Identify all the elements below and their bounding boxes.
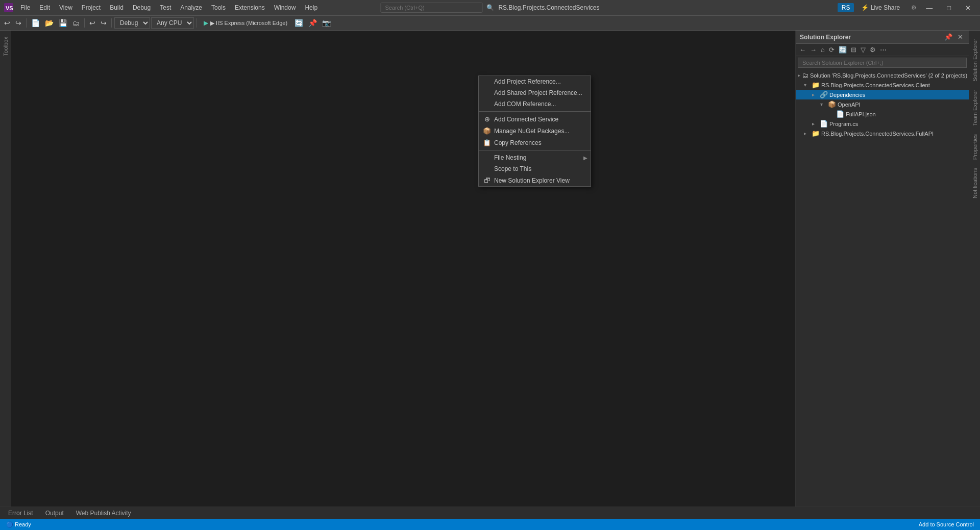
ctx-scope-to-this[interactable]: Scope to This bbox=[479, 163, 591, 174]
se-filter-btn[interactable]: ▽ bbox=[859, 45, 867, 54]
programcs-icon: 📄 bbox=[820, 120, 828, 128]
tree-solution-root[interactable]: ▸ 🗂 Solution 'RS.Blog.Projects.Connected… bbox=[796, 70, 969, 80]
solution-explorer-search[interactable] bbox=[798, 58, 967, 68]
tree-project1[interactable]: ▾ 📁 RS.Blog.Projects.ConnectedServices.C… bbox=[796, 80, 969, 90]
menu-view[interactable]: View bbox=[55, 2, 77, 13]
tree-dependencies[interactable]: ▸ 🔗 Dependencies bbox=[796, 90, 969, 99]
toolbar-open-btn[interactable]: 📂 bbox=[43, 18, 56, 28]
run-label: ▶ IIS Express (Microsoft Edge) bbox=[210, 20, 287, 27]
ctx-file-nesting[interactable]: File Nesting ▶ bbox=[479, 152, 591, 163]
account-button[interactable]: RS bbox=[838, 3, 854, 12]
left-toolbox-strip: Toolbox bbox=[0, 31, 11, 507]
global-search-input[interactable] bbox=[380, 3, 482, 13]
debug-mode-dropdown[interactable]: Debug bbox=[114, 17, 150, 29]
title-bar: VS File Edit View Project Build Debug Te… bbox=[0, 0, 980, 15]
menu-help[interactable]: Help bbox=[301, 2, 322, 13]
ctx-new-solution-explorer-view[interactable]: 🗗 New Solution Explorer View bbox=[479, 174, 591, 186]
ctx-add-connected-service[interactable]: ⊕ Add Connected Service bbox=[479, 113, 591, 125]
se-forward-btn[interactable]: → bbox=[808, 45, 818, 54]
run-button[interactable]: ▶ ▶ IIS Express (Microsoft Edge) bbox=[200, 18, 291, 28]
expand-arrow-openapi: ▾ bbox=[820, 102, 826, 107]
toolbar-sep3 bbox=[111, 18, 112, 28]
ctx-add-project-reference[interactable]: Add Project Reference... bbox=[479, 76, 591, 87]
tab-error-list[interactable]: Error List bbox=[2, 507, 39, 519]
programcs-label: Program.cs bbox=[829, 121, 858, 127]
menu-analyze[interactable]: Analyze bbox=[176, 2, 206, 13]
toolbar-undo-btn[interactable]: ↩ bbox=[87, 18, 97, 28]
toolbox-label[interactable]: Toolbox bbox=[3, 37, 9, 56]
tree-project2[interactable]: ▸ 📁 RS.Blog.Projects.ConnectedServices.F… bbox=[796, 129, 969, 138]
ctx-copy-ref-icon: 📋 bbox=[483, 139, 491, 146]
right-panel: Solution Explorer 📌 ✕ ← → ⌂ ⟳ 🔄 ⊟ ▽ ⚙ ⋯ bbox=[795, 31, 969, 507]
ctx-nuget-icon: 📦 bbox=[483, 127, 491, 135]
menu-debug[interactable]: Debug bbox=[129, 2, 155, 13]
tab-web-publish[interactable]: Web Publish Activity bbox=[70, 507, 137, 519]
project2-icon: 📁 bbox=[812, 130, 820, 137]
vtab-solution-explorer[interactable]: Solution Explorer bbox=[971, 37, 979, 84]
toolbar-redo-btn[interactable]: ↪ bbox=[99, 18, 109, 28]
project1-icon: 📁 bbox=[812, 81, 820, 89]
tab-output[interactable]: Output bbox=[39, 507, 70, 519]
liveshare-button[interactable]: ⚡ Live Share bbox=[858, 3, 903, 12]
menu-extensions[interactable]: Extensions bbox=[231, 2, 269, 13]
menu-test[interactable]: Test bbox=[156, 2, 175, 13]
se-home-btn[interactable]: ⌂ bbox=[819, 45, 826, 54]
close-button[interactable]: ✕ bbox=[960, 2, 976, 14]
editor-area bbox=[11, 31, 795, 507]
minimize-button[interactable]: — bbox=[921, 2, 938, 14]
toolbar-pin-btn[interactable]: 📌 bbox=[306, 18, 319, 28]
solution-explorer-panel: Solution Explorer 📌 ✕ ← → ⌂ ⟳ 🔄 ⊟ ▽ ⚙ ⋯ bbox=[796, 31, 969, 507]
vtab-team-explorer[interactable]: Team Explorer bbox=[971, 88, 979, 128]
ctx-new-se-view-icon: 🗗 bbox=[483, 176, 491, 184]
expand-arrow-solution: ▸ bbox=[798, 72, 800, 78]
maximize-button[interactable]: □ bbox=[942, 2, 956, 14]
svg-text:VS: VS bbox=[6, 5, 13, 11]
toolbar-back-btn[interactable]: ↩ bbox=[2, 18, 12, 28]
se-misc-btn[interactable]: ⋯ bbox=[878, 45, 888, 54]
menu-tools[interactable]: Tools bbox=[207, 2, 230, 13]
menu-file[interactable]: File bbox=[16, 2, 34, 13]
tree-fullapijson[interactable]: ▸ 📄 FullAPI.json bbox=[796, 109, 969, 119]
project2-label: RS.Blog.Projects.ConnectedServices.FullA… bbox=[821, 131, 934, 137]
toolbar-save-btn[interactable]: 💾 bbox=[57, 18, 69, 28]
toolbar-forward-btn[interactable]: ↪ bbox=[13, 18, 23, 28]
ctx-manage-nuget[interactable]: 📦 Manage NuGet Packages... bbox=[479, 125, 591, 137]
ctx-add-shared-project-reference[interactable]: Add Shared Project Reference... bbox=[479, 87, 591, 98]
tree-openapi[interactable]: ▾ 📦 OpenAPI bbox=[796, 99, 969, 109]
se-pin-button[interactable]: 📌 bbox=[943, 33, 954, 41]
se-close-button[interactable]: ✕ bbox=[956, 33, 965, 41]
expand-arrow-proj1: ▾ bbox=[804, 82, 810, 88]
menu-project[interactable]: Project bbox=[78, 2, 105, 13]
menu-edit[interactable]: Edit bbox=[35, 2, 54, 13]
ctx-connected-service-icon: ⊕ bbox=[483, 115, 491, 123]
ctx-sep1 bbox=[479, 111, 591, 112]
tree-programcs[interactable]: ▸ 📄 Program.cs bbox=[796, 119, 969, 129]
toolbar-camera-btn[interactable]: 📷 bbox=[320, 18, 333, 28]
ctx-manage-nuget-label: Manage NuGet Packages... bbox=[494, 128, 569, 135]
ctx-copy-references[interactable]: 📋 Copy References bbox=[479, 137, 591, 148]
ctx-add-project-reference-label: Add Project Reference... bbox=[494, 78, 561, 85]
vtab-notifications[interactable]: Notifications bbox=[971, 166, 979, 200]
ctx-sep2 bbox=[479, 150, 591, 150]
add-to-source-control[interactable]: Add to Source Control bbox=[917, 521, 976, 527]
se-collapse-btn[interactable]: ⊟ bbox=[849, 45, 858, 54]
ctx-new-solution-explorer-view-label: New Solution Explorer View bbox=[494, 177, 570, 184]
se-sync-btn[interactable]: ⟳ bbox=[827, 45, 836, 54]
expand-arrow-proj2: ▸ bbox=[804, 131, 810, 136]
se-refresh-btn[interactable]: 🔄 bbox=[837, 45, 848, 54]
toolbar-refresh-btn[interactable]: 🔄 bbox=[292, 18, 305, 28]
expand-arrow-deps: ▸ bbox=[812, 92, 818, 97]
menu-build[interactable]: Build bbox=[106, 2, 128, 13]
se-toolbar: ← → ⌂ ⟳ 🔄 ⊟ ▽ ⚙ ⋯ bbox=[796, 44, 969, 56]
ctx-add-com-reference[interactable]: Add COM Reference... bbox=[479, 98, 591, 110]
toolbar-saveall-btn[interactable]: 🗂 bbox=[70, 18, 82, 28]
vtab-properties[interactable]: Properties bbox=[971, 132, 979, 162]
toolbar-sep2 bbox=[84, 18, 85, 28]
dependencies-label: Dependencies bbox=[829, 92, 865, 98]
ctx-add-connected-service-label: Add Connected Service bbox=[494, 116, 558, 123]
platform-dropdown[interactable]: Any CPU bbox=[151, 17, 194, 29]
toolbar-new-btn[interactable]: 📄 bbox=[29, 18, 42, 28]
menu-window[interactable]: Window bbox=[270, 2, 300, 13]
se-back-btn[interactable]: ← bbox=[798, 45, 807, 54]
se-settings-btn[interactable]: ⚙ bbox=[868, 45, 877, 54]
